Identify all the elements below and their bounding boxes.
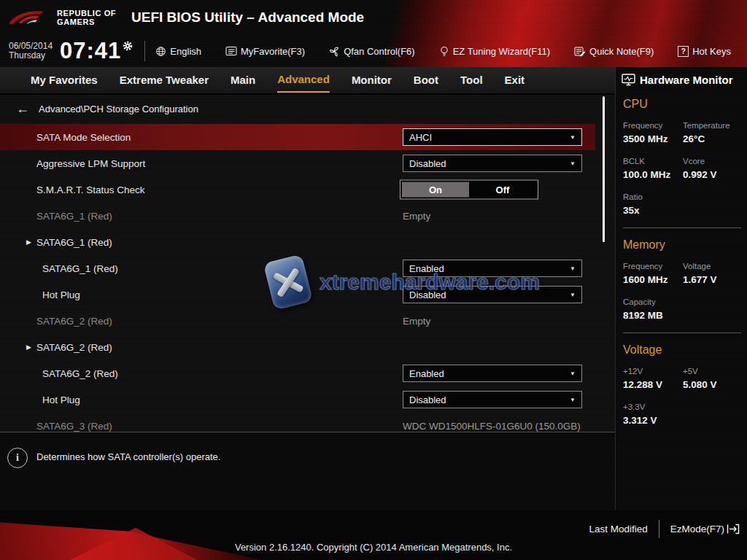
brand-line1: REPUBLIC OF [57, 9, 116, 18]
toolbar-items: English MyFavorite(F3) Qfan Control(F6) … [155, 46, 731, 57]
tab-my-favorites[interactable]: My Favorites [31, 69, 98, 92]
hm-metric: BCLK 100.0 MHz [623, 157, 683, 180]
dropdown[interactable]: Disabled ▼ [403, 286, 582, 303]
hm-metric-value: 5.080 V [683, 379, 741, 390]
last-modified-button[interactable]: Last Modified [589, 524, 647, 534]
header: REPUBLIC OF GAMERS UEFI BIOS Utility – A… [0, 0, 747, 67]
scrollbar-thumb[interactable] [603, 96, 605, 242]
toolbar-note[interactable]: Quick Note(F9) [574, 46, 654, 57]
footer-red-pattern [0, 516, 423, 560]
hm-metric-label: BCLK [623, 157, 683, 166]
hm-metric-value: 12.288 V [623, 379, 683, 390]
info-icon: i [7, 448, 28, 468]
tab-extreme-tweaker[interactable]: Extreme Tweaker [120, 69, 209, 92]
arrow-right-icon: ▶ [26, 238, 31, 246]
setting-label: S.M.A.R.T. Status Check [36, 184, 145, 195]
monitor-icon [622, 74, 635, 86]
hm-metric: Voltage 1.677 V [683, 262, 741, 285]
dropdown-value: Disabled [409, 158, 446, 169]
setting-label: SATA6G_3 (Red) [36, 421, 112, 432]
hm-metric-label: Temperature [683, 121, 741, 130]
tab-monitor[interactable]: Monitor [352, 69, 392, 92]
hm-metric-label: Capacity [623, 298, 683, 306]
hm-section-cpu: CPU Frequency 3500 MHz Temperature 26°C … [623, 88, 741, 216]
setting-value: Empty [403, 316, 430, 327]
ezmode-button[interactable]: EzMode(F7) [670, 524, 740, 534]
chevron-down-icon: ▼ [570, 370, 576, 377]
breadcrumb: ← Advanced\PCH Storage Configuration [0, 95, 615, 122]
toggle-option-on[interactable]: On [402, 182, 469, 198]
toolbar-bulb[interactable]: EZ Tuning Wizard(F11) [439, 46, 550, 57]
toolbar-globe[interactable]: English [155, 46, 201, 57]
hm-section-voltage: Voltage +12V 12.288 V +5V 5.080 V +3.3V … [623, 332, 741, 426]
tab-advanced[interactable]: Advanced [277, 69, 330, 93]
toggle-option-off[interactable]: Off [469, 182, 536, 198]
hardware-monitor-title: Hardware Monitor [640, 74, 733, 86]
gear-icon[interactable] [123, 41, 133, 51]
titlebar: REPUBLIC OF GAMERS UEFI BIOS Utility – A… [0, 0, 747, 35]
hm-metric-label: Frequency [623, 121, 683, 130]
setting-label: SATA6G_1 (Red) [36, 237, 112, 248]
hm-metric: Temperature 26°C [683, 121, 741, 144]
toolbar-list[interactable]: MyFavorite(F3) [225, 46, 305, 57]
dropdown[interactable]: Enabled ▼ [403, 365, 582, 382]
setting-label: SATA6G_2 (Red) [36, 342, 112, 353]
version-text: Version 2.16.1240. Copyright (C) 2014 Am… [0, 542, 747, 553]
breadcrumb-text: Advanced\PCH Storage Configuration [39, 104, 198, 114]
setting-row: Hot Plug Disabled ▼ [0, 386, 615, 413]
tab-exit[interactable]: Exit [505, 69, 525, 92]
submenu-row[interactable]: ▶ SATA6G_1 (Red) [0, 229, 615, 255]
setting-label: SATA6G_2 (Red) [36, 316, 112, 327]
hm-metric: Frequency 1600 MHz [623, 262, 683, 285]
hm-metric-label: +3.3V [623, 402, 683, 411]
hm-section-title: Voltage [623, 343, 741, 357]
setting-row: Aggressive LPM Support Disabled ▼ [0, 150, 615, 176]
footer: Last Modified EzMode(F7) Version 2.16.12… [0, 510, 747, 560]
toolbar-divider [144, 41, 145, 61]
hm-metric: Capacity 8192 MB [623, 298, 683, 321]
back-arrow-icon[interactable]: ← [16, 102, 29, 115]
dropdown-value: Disabled [409, 394, 446, 405]
dropdown[interactable]: Disabled ▼ [403, 155, 582, 172]
hm-metric: Frequency 3500 MHz [623, 121, 683, 144]
time-display: 07:41 [60, 38, 121, 64]
setting-row: SATA6G_2 (Red) Enabled ▼ [0, 360, 615, 386]
setting-row: Hot Plug Disabled ▼ [0, 281, 615, 308]
dropdown[interactable]: AHCI ▼ [403, 128, 582, 146]
hm-metric-value: 8192 MB [623, 310, 683, 321]
toggle: On Off [400, 180, 538, 200]
list-icon [225, 46, 237, 56]
setting-value: Empty [403, 211, 430, 222]
hm-metric: +5V 5.080 V [683, 367, 741, 390]
hm-metric-value: 3500 MHz [623, 133, 683, 144]
brand-text: REPUBLIC OF GAMERS [57, 9, 116, 26]
note-icon [574, 46, 586, 57]
hm-metric-value: 35x [623, 205, 683, 216]
toolbar-question[interactable]: ? Hot Keys [678, 46, 731, 57]
toolbar: 06/05/2014 Thursday 07:41 English MyFavo… [0, 35, 747, 67]
chevron-down-icon: ▼ [570, 134, 576, 141]
footer-divider [659, 520, 659, 538]
tab-tool[interactable]: Tool [460, 69, 483, 92]
chevron-down-icon: ▼ [570, 265, 576, 272]
hm-metric-value: 0.992 V [683, 169, 741, 180]
tab-main[interactable]: Main [231, 69, 255, 92]
question-icon: ? [678, 46, 689, 57]
setting-row: SATA Mode Selection AHCI ▼ [0, 124, 595, 150]
dropdown[interactable]: Enabled ▼ [403, 260, 582, 277]
hm-metric: +3.3V 3.312 V [623, 402, 683, 426]
hm-metric-label: Vcore [683, 157, 741, 166]
exit-arrow-icon [727, 524, 740, 534]
setting-value: WDC WD1500HLFS-01G6U0 (150.0GB) [403, 421, 581, 432]
setting-label: SATA6G_2 (Red) [42, 368, 118, 379]
hm-metric-label: Voltage [683, 262, 741, 271]
hm-metric-value: 1.677 V [683, 274, 741, 285]
toolbar-fan[interactable]: Qfan Control(F6) [329, 46, 415, 57]
setting-label: Hot Plug [42, 289, 80, 300]
submenu-row[interactable]: ▶ SATA6G_2 (Red) [0, 334, 615, 360]
chevron-down-icon: ▼ [570, 292, 576, 298]
setting-label: SATA6G_1 (Red) [36, 211, 112, 222]
dropdown[interactable]: Disabled ▼ [403, 391, 582, 408]
tab-boot[interactable]: Boot [414, 69, 438, 92]
setting-row: SATA6G_1 (Red) Empty [0, 203, 615, 229]
